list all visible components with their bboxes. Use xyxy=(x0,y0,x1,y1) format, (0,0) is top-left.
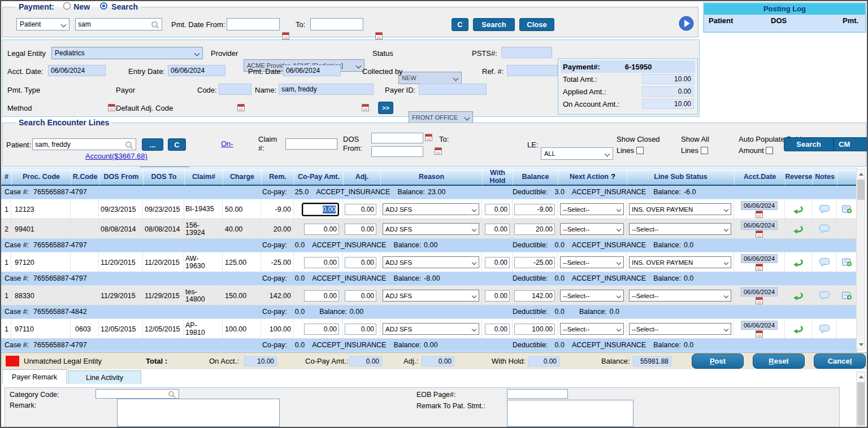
balance-input[interactable]: 20.00 xyxy=(514,224,555,235)
radio-search-label[interactable]: Search xyxy=(111,2,138,11)
note-comment-icon[interactable] xyxy=(812,205,836,213)
with-hold-input[interactable]: 0.00 xyxy=(485,224,510,235)
reason-select[interactable]: ADJ SFS xyxy=(383,256,479,268)
note-comment-icon[interactable] xyxy=(812,325,836,333)
scroll-up-button[interactable] xyxy=(857,170,865,178)
reason-select[interactable]: ADJ SFS xyxy=(383,290,479,302)
calendar-icon[interactable] xyxy=(282,32,289,40)
radio-new[interactable] xyxy=(63,2,71,10)
remark-to-pat-textarea[interactable] xyxy=(507,400,633,427)
grid-scrollbar[interactable] xyxy=(856,169,865,350)
next-action-select[interactable]: --Select-- xyxy=(560,203,624,215)
show-all-lines-checkbox[interactable] xyxy=(701,147,708,154)
enc-search-button[interactable]: Search xyxy=(784,137,834,151)
pmt-date-input[interactable] xyxy=(283,65,341,76)
post-button[interactable]: Post xyxy=(692,353,744,369)
add-note-icon[interactable] xyxy=(837,258,857,267)
pmt-date-from-input[interactable] xyxy=(227,18,280,30)
calendar-icon[interactable] xyxy=(756,211,763,218)
psts-input[interactable] xyxy=(501,47,552,58)
calendar-icon[interactable] xyxy=(237,104,245,111)
reverse-icon[interactable] xyxy=(785,325,811,334)
dos-from-input[interactable] xyxy=(371,133,423,143)
scroll-down-button[interactable] xyxy=(857,340,865,349)
adjustment-input[interactable]: 0.00 xyxy=(345,257,376,268)
balance-input[interactable]: -25.00 xyxy=(514,257,555,268)
legal-entity-select[interactable]: Pediatrics xyxy=(51,47,203,59)
with-hold-input[interactable]: 0.00 xyxy=(485,257,510,268)
auto-populate-checkbox[interactable] xyxy=(766,147,773,154)
tab-line-activity[interactable]: Line Activity xyxy=(68,370,141,384)
category-code-input[interactable] xyxy=(96,389,179,399)
enc-patient-input[interactable] xyxy=(32,138,136,150)
with-hold-input[interactable]: 0.00 xyxy=(485,324,510,335)
balance-input[interactable]: 100.00 xyxy=(514,324,555,335)
calendar-icon[interactable] xyxy=(756,230,763,238)
calendar-icon[interactable] xyxy=(375,32,383,40)
eob-page-input[interactable] xyxy=(507,389,568,399)
cancel-button[interactable]: Cancel xyxy=(814,353,866,369)
reason-select[interactable]: ADJ SFS xyxy=(383,323,479,335)
with-hold-input[interactable]: 0.00 xyxy=(485,290,510,302)
acct-date-input[interactable] xyxy=(48,65,106,76)
calendar-icon[interactable] xyxy=(362,104,369,111)
tab-payer-remark[interactable]: Payer Remark xyxy=(2,369,67,384)
search-button[interactable]: Search xyxy=(473,18,515,31)
entry-date-input[interactable] xyxy=(168,65,225,76)
reason-select[interactable]: ADJ SFS xyxy=(383,223,479,235)
close-button[interactable]: Close xyxy=(519,18,554,31)
add-note-icon[interactable] xyxy=(837,291,857,300)
reset-button[interactable]: Reset xyxy=(753,353,805,369)
next-action-select[interactable]: --Select-- xyxy=(560,223,624,235)
show-closed-lines-checkbox[interactable] xyxy=(636,147,644,154)
expand-adj-button[interactable]: >> xyxy=(378,102,393,114)
radio-new-label[interactable]: New xyxy=(73,2,90,11)
balance-input[interactable]: -9.00 xyxy=(514,204,555,215)
copay-amount-input[interactable]: 0.00 xyxy=(304,257,339,268)
note-comment-icon[interactable] xyxy=(812,225,836,233)
c-button[interactable]: C xyxy=(452,18,468,31)
next-action-select[interactable]: --Select-- xyxy=(560,256,624,268)
line-sub-status-select[interactable]: --Select-- xyxy=(629,323,731,335)
more-button[interactable]: ... xyxy=(142,138,163,151)
scroll-thumb[interactable] xyxy=(857,180,865,200)
adjustment-input[interactable]: 0.00 xyxy=(345,290,376,302)
next-action-help-icon[interactable]: ? xyxy=(611,173,615,181)
adjustment-input[interactable]: 0.00 xyxy=(345,324,376,335)
bottom-scrollbar[interactable] xyxy=(856,372,865,427)
patient-search-input[interactable] xyxy=(75,18,162,30)
line-sub-status-select[interactable]: --Select-- xyxy=(629,223,731,235)
name-input[interactable] xyxy=(279,84,374,95)
reverse-icon[interactable] xyxy=(785,225,811,234)
copay-amount-input[interactable]: 0.00 xyxy=(303,204,338,215)
adjustment-input[interactable]: 0.00 xyxy=(345,224,376,235)
add-note-icon[interactable] xyxy=(837,205,857,213)
balance-input[interactable]: 142.00 xyxy=(514,290,555,302)
copay-amount-input[interactable]: 0.00 xyxy=(304,324,339,335)
remark-textarea[interactable] xyxy=(117,399,280,427)
line-sub-status-select[interactable]: INS. OVER PAYMEN xyxy=(629,256,731,268)
cm-button[interactable]: CM xyxy=(834,137,867,151)
calendar-icon[interactable] xyxy=(425,134,432,141)
next-action-select[interactable]: --Select-- xyxy=(560,290,624,302)
next-action-select[interactable]: --Select-- xyxy=(560,323,624,335)
on-account-link[interactable]: On- xyxy=(221,139,233,148)
calendar-icon[interactable] xyxy=(756,264,763,271)
status-select[interactable]: NEW xyxy=(398,72,462,84)
adjustment-input[interactable]: 0.00 xyxy=(345,204,376,215)
scroll-thumb[interactable] xyxy=(857,382,865,425)
expand-play-button[interactable] xyxy=(679,16,694,33)
line-sub-status-select[interactable]: --Select-- xyxy=(629,290,731,302)
search-type-select[interactable]: Patient xyxy=(16,18,70,30)
line-sub-status-select[interactable]: INS. OVER PAYMEN xyxy=(629,203,731,215)
scroll-up-button[interactable] xyxy=(857,373,865,381)
calendar-icon[interactable] xyxy=(108,104,115,111)
calendar-icon[interactable] xyxy=(756,330,763,338)
on-account-link-amount[interactable]: Account($3667.68) xyxy=(85,152,147,160)
reverse-icon[interactable] xyxy=(785,258,811,267)
radio-search[interactable] xyxy=(100,2,107,10)
calendar-icon[interactable] xyxy=(756,297,763,304)
copay-amount-input[interactable]: 0.00 xyxy=(304,224,339,235)
ref-input[interactable] xyxy=(507,65,558,76)
le-select[interactable]: ALL xyxy=(541,147,613,160)
